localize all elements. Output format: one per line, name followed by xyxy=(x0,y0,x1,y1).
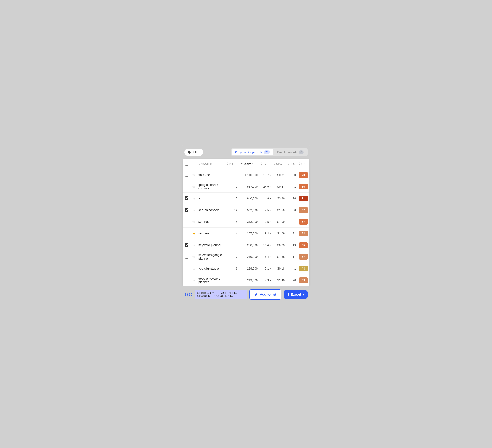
row-checkbox-cell xyxy=(183,185,191,188)
export-button[interactable]: ⬇ Export ▾ xyxy=(284,290,308,298)
row-search: 219,000 xyxy=(239,277,259,284)
row-search: 219,000 xyxy=(239,265,259,272)
search-stat-val: 1.6 m xyxy=(207,291,214,295)
row-pos: 7 xyxy=(225,253,239,260)
row-ppc: 1 xyxy=(286,265,297,272)
row-cpc: $0.73 xyxy=(273,242,286,249)
tab-paid-count: 0 xyxy=(299,150,304,154)
kd-badge: 71 xyxy=(299,195,308,201)
table-row: ☆ υοθτθβε 8 1,110,000 16.7 k $0.81 0 70 xyxy=(183,169,309,181)
row-checkbox[interactable] xyxy=(185,220,188,224)
row-star-cell: ☆ xyxy=(191,266,197,271)
table-header: ▲▼ Keywords ▲▼ Pos ▼ Search ▲▼ EV ▲▼ CPC… xyxy=(183,159,309,169)
kd-badge: 65 xyxy=(299,242,308,248)
ev-sort-icon: ▲▼ xyxy=(260,162,262,166)
star-icon[interactable]: ★ xyxy=(192,231,195,235)
kd-badge: 66 xyxy=(299,184,308,190)
add-to-list-button[interactable]: ★ Add to list xyxy=(249,289,281,300)
row-star-cell: ☆ xyxy=(191,255,197,259)
header-kd-label: KD xyxy=(301,162,305,165)
tab-paid[interactable]: Paid keywords 0 xyxy=(274,149,307,155)
star-icon[interactable]: ☆ xyxy=(192,266,195,271)
row-checkbox[interactable] xyxy=(185,243,188,247)
row-kd-cell: 62 xyxy=(297,206,309,214)
row-search: 313,000 xyxy=(239,218,259,225)
row-keyword: keywords google planner xyxy=(197,251,225,262)
row-pos: 12 xyxy=(225,207,239,214)
row-star-cell: ☆ xyxy=(191,208,197,212)
row-keyword: search console xyxy=(197,206,225,214)
row-ev: 7.1 k xyxy=(259,265,273,272)
kd-badge: 67 xyxy=(299,254,308,260)
row-ppc: 20 xyxy=(286,277,297,284)
row-checkbox[interactable] xyxy=(185,232,188,235)
row-kd-cell: 53 xyxy=(297,230,309,237)
header-keywords[interactable]: ▲▼ Keywords xyxy=(197,159,225,169)
kd-stat-val: 66 xyxy=(230,295,233,298)
kd-stat-label: KD: xyxy=(225,295,229,298)
select-all-checkbox[interactable] xyxy=(185,162,188,166)
header-search[interactable]: ▼ Search xyxy=(239,159,259,169)
star-icon[interactable]: ☆ xyxy=(192,278,195,282)
filter-button[interactable]: Filter xyxy=(184,149,203,156)
star-icon: ★ xyxy=(254,292,258,297)
row-ev: 6.4 k xyxy=(259,253,273,260)
row-checkbox[interactable] xyxy=(185,255,188,258)
row-pos: 5 xyxy=(225,218,239,225)
header-keywords-label: Keywords xyxy=(201,162,213,165)
row-checkbox[interactable] xyxy=(185,267,188,270)
cpc-sort-icon: ▲▼ xyxy=(274,162,276,166)
row-kd-cell: 67 xyxy=(297,253,309,261)
header-ev[interactable]: ▲▼ EV xyxy=(259,159,273,169)
table-row: ☆ google search console 7 857,000 24.9 k… xyxy=(183,181,309,193)
pos-sort-icon: ▲▼ xyxy=(227,162,228,166)
star-icon[interactable]: ☆ xyxy=(192,255,195,259)
row-keyword: keyword planner xyxy=(197,241,225,249)
header-pos[interactable]: ▲▼ Pos xyxy=(225,159,239,169)
row-kd-cell: 66 xyxy=(297,183,309,190)
filter-label: Filter xyxy=(193,150,199,154)
star-icon[interactable]: ☆ xyxy=(192,184,195,189)
row-checkbox[interactable] xyxy=(185,196,188,200)
download-icon: ⬇ xyxy=(287,293,290,296)
header-cpc[interactable]: ▲▼ CPC xyxy=(273,159,286,169)
export-chevron-icon: ▾ xyxy=(302,293,304,296)
table-row: ☆ search console 12 562,000 7.5 k $1.50 … xyxy=(183,204,309,216)
row-cpc: $1.09 xyxy=(273,230,286,237)
row-keyword: semrush xyxy=(197,218,225,225)
star-icon[interactable]: ☆ xyxy=(192,208,195,212)
star-icon[interactable]: ☆ xyxy=(192,196,195,201)
row-search: 238,000 xyxy=(239,242,259,249)
star-icon[interactable]: ☆ xyxy=(192,243,195,247)
row-ev: 16.7 k xyxy=(259,172,273,178)
row-pos: 5 xyxy=(225,242,239,249)
star-icon[interactable]: ☆ xyxy=(192,220,195,224)
export-label: Export xyxy=(291,293,301,296)
row-checkbox[interactable] xyxy=(185,208,188,212)
header-kd[interactable]: ▲▼ KD xyxy=(297,159,309,169)
row-keyword: seo xyxy=(197,195,225,202)
stats-bar: Search: 1.6 m ET: 26 k SP: 11 CPC:$2.03 … xyxy=(195,290,247,299)
row-ppc: 0 xyxy=(286,172,297,178)
row-checkbox[interactable] xyxy=(185,278,188,282)
header-ppc[interactable]: ▲▼ PPC xyxy=(286,159,297,169)
row-checkbox[interactable] xyxy=(185,173,188,177)
footer: 3 / 25 Search: 1.6 m ET: 26 k SP: 11 CPC… xyxy=(181,286,311,303)
tab-organic-label: Organic keywords xyxy=(235,150,262,154)
header-ppc-label: PPC xyxy=(290,162,295,165)
search-stat-label: Search: xyxy=(197,291,206,295)
row-ev: 18.8 k xyxy=(259,230,273,237)
main-container: Filter Organic keywords 25 Paid keywords… xyxy=(181,145,311,303)
row-cpc: $0.81 xyxy=(273,172,286,178)
row-star-cell: ☆ xyxy=(191,278,197,282)
cpc-stat-label: CPC: xyxy=(197,295,204,298)
star-icon[interactable]: ☆ xyxy=(192,173,195,177)
row-search: 307,000 xyxy=(239,230,259,237)
kd-badge: 57 xyxy=(299,219,308,224)
keyword-tabs: Organic keywords 25 Paid keywords 0 xyxy=(231,148,308,156)
row-checkbox[interactable] xyxy=(185,185,188,188)
row-search: 857,000 xyxy=(239,183,259,190)
tab-organic-count: 25 xyxy=(264,150,270,154)
tab-organic[interactable]: Organic keywords 25 xyxy=(232,149,273,155)
table-row: ☆ youtube studio 6 219,000 7.1 k $0.18 1… xyxy=(183,263,309,275)
